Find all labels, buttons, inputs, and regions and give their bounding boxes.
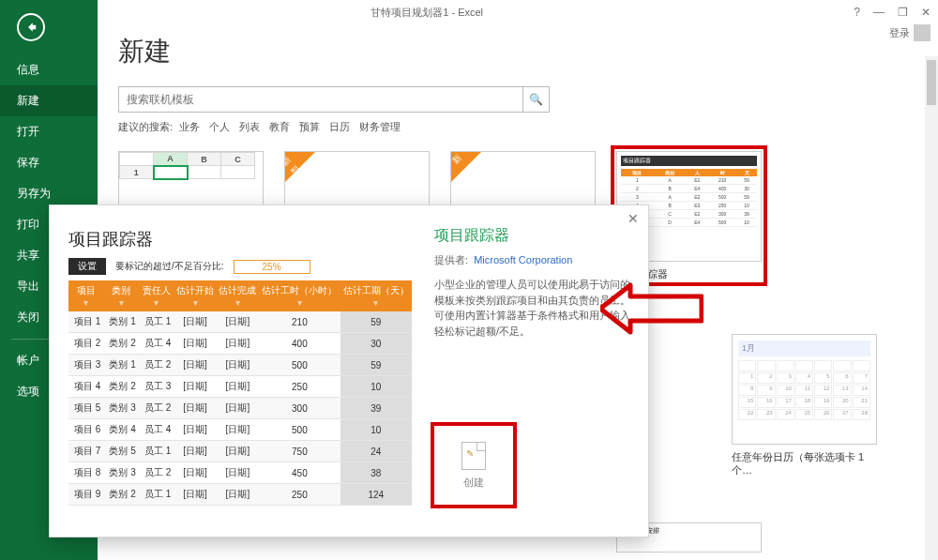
sidebar-item-1[interactable]: 新建 [0,85,98,116]
suggested-searches: 建议的搜索: 业务个人列表教育预算日历财务管理 [118,120,917,134]
col-a: A [154,153,188,166]
cell: [日期] [174,441,216,462]
sidebar-item-3[interactable]: 保存 [0,147,98,178]
row-1: 1 [120,166,154,179]
cell: 500 [259,355,340,376]
template-detail-panel: ✕ 项目跟踪器 设置 要标记的超过/不足百分比: 25% 项目▾类别▾责任人▾估… [49,204,649,537]
cell: 项目 1 [68,311,103,333]
cell: 员工 1 [139,441,174,462]
preview-col-3: 估计开始▾ [174,280,216,311]
sidebar-item-2[interactable]: 打开 [0,116,98,147]
suggest-link-2[interactable]: 列表 [239,121,260,132]
cell: 项目 7 [68,441,103,462]
cell: 59 [340,311,412,333]
new-ribbon-icon [451,152,481,182]
cell: [日期] [174,462,216,484]
scroll-thumb[interactable] [927,60,936,105]
cell: 500 [259,419,340,441]
suggest-link-3[interactable]: 教育 [269,121,290,132]
minimize-icon[interactable]: — [873,6,885,19]
search-box[interactable]: 🔍 [118,86,550,113]
cell: 10 [340,376,412,398]
cell: 类别 1 [103,355,138,376]
info-title: 项目跟踪器 [434,226,633,246]
suggest-link-6[interactable]: 财务管理 [359,121,401,132]
back-button[interactable] [17,13,45,41]
cell: 类别 2 [103,376,138,398]
cell: 员工 2 [139,355,174,376]
table-row: 项目 5类别 3员工 2[日期][日期]30039 [68,398,412,419]
cell: 项目 9 [68,484,103,506]
cell: 30 [340,333,412,355]
window-controls: ? — ❐ ✕ [854,6,938,19]
suggest-link-5[interactable]: 日历 [329,121,350,132]
cell: [日期] [217,376,259,398]
template-preview: 项目跟踪器 设置 要标记的超过/不足百分比: 25% 项目▾类别▾责任人▾估计开… [50,205,427,537]
search-icon: 🔍 [529,93,543,106]
suggest-link-1[interactable]: 个人 [209,121,230,132]
cell: 类别 5 [103,441,138,462]
cell: [日期] [217,398,259,419]
cell: [日期] [174,419,216,441]
cell: [日期] [174,355,216,376]
search-input[interactable] [119,93,522,106]
search-button[interactable]: 🔍 [522,86,549,113]
cell: 项目 2 [68,333,103,355]
cell: 员工 3 [139,376,174,398]
preview-table: 项目▾类别▾责任人▾估计开始▾估计完成▾估计工时（小时）▾估计工期（天）▾ 项目… [68,280,412,506]
help-icon[interactable]: ? [854,6,860,19]
restore-icon[interactable]: ❐ [898,6,908,19]
back-arrow-icon [24,21,38,34]
preview-settings-button: 设置 [68,258,106,275]
sidebar-item-0[interactable]: 信息 [0,54,98,85]
provider-link[interactable]: Microsoft Corporation [474,254,572,265]
cell: 项目 3 [68,355,103,376]
cell: 750 [259,441,340,462]
vertical-scrollbar[interactable] [925,56,938,560]
template-tile-calendar[interactable]: 1月 1234567 891011121314 15161718192021 2… [732,334,877,477]
create-button[interactable]: 创建 [436,428,511,503]
template-info: 项目跟踪器 提供者: Microsoft Corporation 小型企业的管理… [427,205,648,537]
cell: 项目 5 [68,398,103,419]
cell: 59 [340,355,412,376]
cell: 类别 2 [103,333,138,355]
table-row: 项目 7类别 5员工 1[日期][日期]75024 [68,441,412,462]
preview-percent-box: 25% [234,260,310,274]
table-row: 项目 4类别 2员工 3[日期][日期]25010 [68,376,412,398]
cell: 类别 1 [103,311,138,333]
col-b: B [188,153,221,166]
suggest-link-0[interactable]: 业务 [179,121,200,132]
preview-col-0: 项目▾ [68,280,103,311]
table-row: 项目 8类别 3员工 2[日期][日期]45038 [68,462,412,484]
cell: 类别 3 [103,398,138,419]
cell: 250 [259,376,340,398]
cell: 300 [259,398,340,419]
cell: 类别 4 [103,419,138,441]
cell: [日期] [217,484,259,506]
cell: [日期] [217,311,259,333]
cell: [日期] [174,333,216,355]
cell: 类别 2 [103,484,138,506]
preview-col-2: 责任人▾ [139,280,174,311]
cell: 项目 4 [68,376,103,398]
preview-col-4: 估计完成▾ [217,280,259,311]
cell: 10 [340,419,412,441]
suggest-link-4[interactable]: 预算 [299,121,320,132]
cell: 39 [340,398,412,419]
table-row: 项目 1类别 1员工 1[日期][日期]21059 [68,311,412,333]
title-bar: 甘特项目规划器1 - Excel ? — ❐ ✕ [0,0,938,24]
cell: 124 [340,484,412,506]
table-row: 项目 9类别 2员工 1[日期][日期]250124 [68,484,412,506]
preview-col-1: 类别▾ [103,280,138,311]
cell: 员工 4 [139,333,174,355]
cell: [日期] [174,484,216,506]
provider-label: 提供者: [434,254,468,265]
table-row: 项目 2类别 2员工 4[日期][日期]40030 [68,333,412,355]
preview-col-5: 估计工时（小时）▾ [259,280,340,311]
create-label: 创建 [463,476,484,490]
cell: 项目 6 [68,419,103,441]
cell: 250 [259,484,340,506]
preview-title: 项目跟踪器 [68,228,412,250]
close-window-icon[interactable]: ✕ [921,6,930,19]
cell: [日期] [174,311,216,333]
